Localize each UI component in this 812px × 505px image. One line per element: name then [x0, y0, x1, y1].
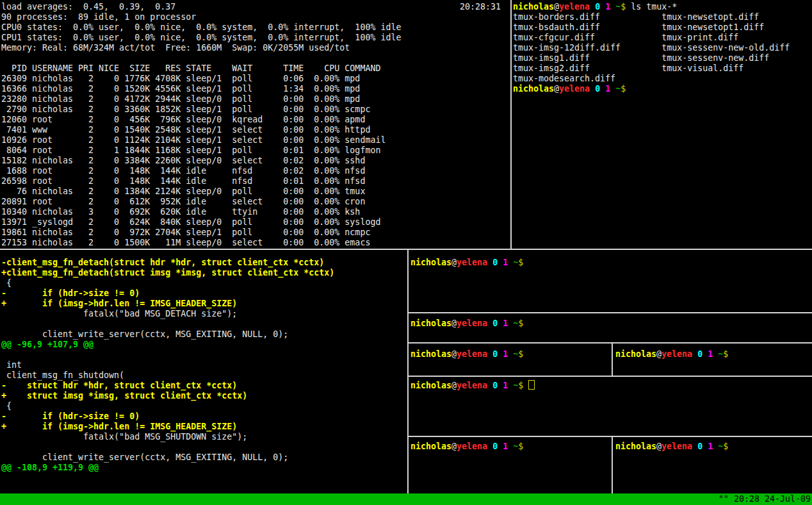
prompt-segment	[590, 84, 595, 94]
prompt-segment: 0	[492, 442, 498, 451]
prompt-segment: 1	[503, 349, 508, 359]
prompt-segment	[487, 319, 492, 328]
prompt-segment: nicholas	[410, 349, 451, 359]
prompt-segment	[508, 258, 513, 267]
prompt-segment: 0	[492, 349, 498, 359]
prompt-segment: yelena	[559, 2, 590, 12]
pane-border-h3	[409, 376, 812, 377]
top-output: load averages: 0.45, 0.39, 0.37 90 proce…	[1, 2, 401, 248]
prompt-segment: yelena	[662, 349, 692, 359]
prompt-segment: 1	[503, 442, 508, 451]
prompt-segment: 0	[492, 319, 498, 328]
pane-shell-7[interactable]: nicholas@yelena 0 1 ~$	[613, 437, 812, 493]
prompt-segment: @	[656, 349, 662, 359]
prompt-segment: yelena	[457, 258, 487, 267]
top-clock: 20:28:31	[460, 2, 501, 12]
prompt-segment: $	[518, 381, 523, 390]
pane-border-horizontal-middle	[0, 249, 812, 250]
prompt-segment: 1	[605, 2, 610, 12]
prompt-segment	[590, 2, 595, 12]
diff-line-hunk: @@ -108,9 +119,9 @@	[1, 463, 99, 472]
diff-line-added: +client_msg_fn_detach(struct imsg *imsg,…	[1, 268, 334, 277]
pane-shell-3[interactable]: nicholas@yelena 0 1 ~$	[409, 344, 612, 376]
prompt-line: nicholas@yelena 0 1 ~$	[615, 442, 728, 452]
prompt-segment: nicholas	[410, 381, 451, 390]
prompt-segment: 0	[595, 84, 600, 94]
pane-shell-6[interactable]: nicholas@yelena 0 1 ~$	[409, 437, 612, 493]
prompt-segment	[508, 349, 513, 359]
prompt-segment	[487, 381, 492, 390]
prompt-segment: ~	[718, 442, 723, 451]
prompt-segment: @	[451, 258, 457, 267]
diff-line-removed: -client_msg_fn_detach(struct hdr *hdr, s…	[1, 258, 324, 267]
prompt-segment: $	[723, 349, 728, 359]
diff-line-context: int	[1, 360, 22, 370]
prompt-segment	[508, 319, 513, 328]
prompt-segment: @	[554, 2, 559, 12]
diff-line-context: {	[1, 278, 12, 288]
prompt-segment: ~	[513, 319, 518, 328]
prompt-segment: nicholas	[410, 442, 451, 451]
prompt-segment: @	[554, 84, 559, 94]
pane-shell-2[interactable]: nicholas@yelena 0 1 ~$	[409, 313, 812, 342]
emacs-buffer: -client_msg_fn_detach(struct hdr *hdr, s…	[1, 258, 334, 473]
prompt-segment: $	[723, 442, 728, 451]
prompt-segment	[600, 84, 605, 94]
prompt-line: nicholas@yelena 0 1 ~$	[410, 258, 523, 268]
prompt-segment: $	[518, 349, 523, 359]
prompt-segment: $	[518, 442, 523, 451]
prompt-segment	[692, 442, 697, 451]
prompt-segment: 0	[697, 349, 702, 359]
prompt-segment: yelena	[457, 442, 487, 451]
prompt-segment	[610, 84, 615, 94]
prompt-segment: @	[451, 349, 457, 359]
prompt-segment: ~	[513, 349, 518, 359]
prompt-segment: ~	[718, 349, 723, 359]
prompt-segment: nicholas	[513, 84, 554, 94]
diff-line-removed: - if (hdr->size != 0)	[1, 411, 140, 421]
prompt-segment: yelena	[457, 381, 487, 390]
pane-border-vertical-bottom	[407, 250, 409, 493]
pane-shell-4[interactable]: nicholas@yelena 0 1 ~$	[613, 344, 812, 376]
prompt-line: nicholas@yelena 0 1 ~$	[410, 319, 523, 329]
pane-shell-5-active[interactable]: nicholas@yelena 0 1 ~$	[409, 377, 812, 436]
prompt-segment: 1	[503, 381, 508, 390]
prompt-segment: @	[451, 319, 457, 328]
diff-line-removed: - struct hdr *hdr, struct client_ctx *cc…	[1, 381, 237, 390]
prompt-line: nicholas@yelena 0 1 ~$	[410, 349, 523, 360]
diff-line-added: + struct imsg *imsg, struct client_ctx *…	[1, 391, 247, 401]
diff-line-context: client_msg_fn_shutdown(	[1, 370, 124, 380]
prompt-segment: nicholas	[410, 258, 451, 267]
prompt-segment	[713, 349, 718, 359]
pane-emacs[interactable]: -client_msg_fn_detach(struct hdr *hdr, s…	[0, 250, 407, 493]
prompt-segment	[600, 2, 605, 12]
prompt-segment: nicholas	[615, 349, 656, 359]
pane-top-process-monitor[interactable]: load averages: 0.45, 0.39, 0.37 90 proce…	[0, 0, 510, 249]
prompt-segment	[713, 442, 718, 451]
pane-shell-1[interactable]: nicholas@yelena 0 1 ~$	[409, 250, 812, 312]
prompt-segment	[498, 349, 503, 359]
prompt-segment	[702, 442, 708, 451]
prompt-segment: ~	[513, 381, 518, 390]
prompt-segment	[508, 381, 513, 390]
prompt-segment	[692, 349, 697, 359]
diff-line-context: client_write_server(cctx, MSG_EXITING, N…	[1, 452, 288, 462]
prompt-segment: nicholas	[615, 442, 656, 451]
diff-line-context: fatalx("bad MSG_DETACH size");	[1, 309, 237, 319]
pane-shell-ls[interactable]: nicholas@yelena 0 1 ~$ ls tmux-* tmux-bo…	[512, 0, 812, 249]
diff-line-context: client_write_server(cctx, MSG_EXITING, N…	[1, 329, 288, 339]
prompt-line: nicholas@yelena 0 1 ~$	[513, 84, 626, 94]
prompt-line: nicholas@yelena 0 1 ~$	[410, 380, 535, 391]
pane-border-v1	[612, 344, 613, 376]
prompt-segment	[487, 349, 492, 359]
diff-line-hunk: @@ -96,9 +107,9 @@	[1, 340, 93, 349]
prompt-segment: yelena	[457, 349, 487, 359]
prompt-segment: 0	[492, 258, 498, 267]
prompt-segment: $	[518, 319, 523, 328]
prompt-segment	[498, 258, 503, 267]
prompt-segment: @	[656, 442, 662, 451]
prompt-segment: 0	[595, 2, 600, 12]
prompt-segment: ~	[615, 2, 621, 12]
prompt-segment: 1	[503, 319, 508, 328]
diff-line-removed: - if (hdr->size != 0)	[1, 288, 140, 298]
